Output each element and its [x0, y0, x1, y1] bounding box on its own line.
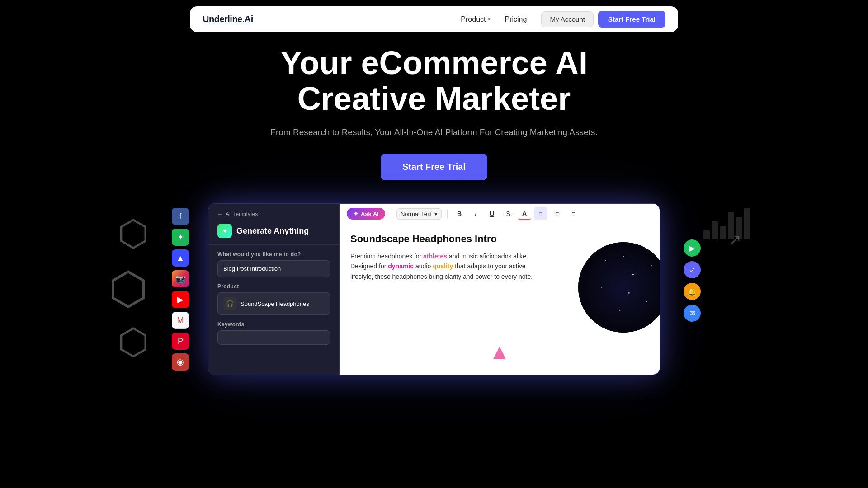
hero-subtitle: From Research to Results, Your All-In-On… [231, 127, 637, 137]
bell-icon[interactable]: 🔔 [684, 283, 701, 300]
highlight-athletes: athletes [423, 253, 447, 260]
keywords-label: Keywords [217, 321, 330, 328]
bar-1 [703, 230, 710, 239]
gmail-icon[interactable]: M [172, 312, 189, 329]
bar-6 [744, 208, 750, 239]
generate-title: Generate Anything [236, 226, 309, 236]
sparkle-icon: ✦ [353, 210, 359, 217]
editor-toolbar: ✦ Ask AI Normal Text ▾ B I U S A ≡ ≡ ≡ [340, 204, 660, 224]
app-window: ← All Templates ✦ Generate Anything What… [208, 203, 660, 375]
text-format-select[interactable]: Normal Text ▾ [396, 208, 442, 220]
bar-3 [720, 226, 726, 239]
back-link[interactable]: ← All Templates [217, 211, 330, 217]
cube-decoration-bot: ⬡ [118, 321, 149, 363]
underline-color-button[interactable]: A [518, 207, 531, 220]
green-app-icon[interactable]: ✦ [172, 229, 189, 246]
doc-body: Premium headphones for athletes and musi… [350, 251, 540, 282]
what-label: What would you like me to do? [217, 251, 330, 258]
star-3 [601, 287, 602, 288]
what-input[interactable]: Blog Post Introduction [217, 260, 330, 277]
facebook-icon[interactable]: f [172, 208, 189, 225]
star-1 [605, 260, 606, 261]
keywords-input[interactable] [217, 330, 330, 345]
hero-section: Your eCommerce AI Creative Marketer From… [231, 45, 637, 180]
youtube-icon[interactable]: ▶ [172, 291, 189, 308]
strikethrough-button[interactable]: S [502, 207, 514, 220]
product-avatar: 🎧 [223, 297, 236, 310]
highlight-quality: quality [433, 263, 453, 270]
star-2 [632, 274, 634, 275]
cube-decoration-top: ⬡ [118, 212, 149, 254]
app-mockup-container: ⬡ ⬡ ⬡ f ✦ ▲ 📷 ▶ M P ◉ ↗ ▶ ⤢ 🔔 ✉ [208, 203, 660, 384]
star-5 [651, 265, 652, 266]
pinterest-icon[interactable]: P [172, 333, 189, 350]
circle-image-decoration [578, 242, 660, 333]
nav-pricing[interactable]: Pricing [505, 15, 527, 23]
side-icons-right: ▶ ⤢ 🔔 ✉ [684, 239, 701, 322]
ask-ai-button[interactable]: ✦ Ask AI [347, 208, 385, 220]
red-app-icon[interactable]: ◉ [172, 353, 189, 371]
arrow-icon[interactable]: ▲ [172, 249, 189, 267]
star-7 [628, 292, 630, 294]
product-name: SoundScape Headphones [241, 300, 309, 307]
stars-background [578, 242, 660, 333]
chevron-down-icon: ▾ [434, 211, 438, 217]
star-8 [623, 256, 624, 257]
product-label: Product [217, 283, 330, 290]
left-panel: ← All Templates ✦ Generate Anything What… [208, 204, 340, 375]
bold-button[interactable]: B [453, 207, 466, 220]
generate-icon: ✦ [217, 224, 232, 238]
panel-header: ← All Templates ✦ Generate Anything [208, 204, 339, 245]
my-account-button[interactable]: My Account [541, 11, 594, 27]
nav-product[interactable]: Product ▾ [461, 15, 490, 23]
mail-icon[interactable]: ✉ [684, 305, 701, 322]
align-left-button[interactable]: ≡ [534, 207, 547, 220]
trend-arrow-icon: ↗ [728, 230, 741, 249]
hero-cta-button[interactable]: Start Free Trial [381, 154, 487, 180]
star-4 [646, 301, 647, 302]
generate-header: ✦ Generate Anything [217, 224, 330, 238]
navbar: Underline.Ai Product ▾ Pricing My Accoun… [190, 6, 678, 32]
star-6 [619, 310, 620, 311]
side-icons-left: f ✦ ▲ 📷 ▶ M P ◉ [172, 208, 189, 371]
share-icon[interactable]: ⤢ [684, 261, 701, 278]
cube-decoration-mid: ⬡ [108, 262, 148, 315]
toolbar-divider-2 [447, 209, 448, 218]
play-icon[interactable]: ▶ [684, 239, 701, 257]
align-center-button[interactable]: ≡ [551, 207, 563, 220]
highlight-dynamic: dynamic [388, 263, 414, 270]
editor-panel: ✦ Ask AI Normal Text ▾ B I U S A ≡ ≡ ≡ [340, 204, 660, 375]
italic-button[interactable]: I [469, 207, 482, 220]
underline-button[interactable]: U [486, 207, 498, 220]
pink-logo-decoration: ▲ [489, 339, 510, 364]
chevron-down-icon: ▾ [488, 16, 491, 22]
toolbar-divider-1 [391, 209, 391, 218]
editor-content: Soundscape Headphones Intro Premium head… [340, 224, 660, 373]
nav-cta-button[interactable]: Start Free Trial [598, 11, 665, 28]
chart-bars [703, 203, 750, 239]
instagram-icon[interactable]: 📷 [172, 270, 189, 287]
nav-links: Product ▾ Pricing [461, 15, 527, 23]
chart-decoration [703, 203, 750, 239]
product-field[interactable]: 🎧 SoundScape Headphones [217, 292, 330, 315]
back-arrow-icon: ← [217, 211, 223, 217]
logo: Underline.Ai [203, 14, 253, 24]
bar-2 [712, 221, 718, 239]
panel-body: What would you like me to do? Blog Post … [208, 245, 339, 357]
align-right-button[interactable]: ≡ [567, 207, 580, 220]
hero-title: Your eCommerce AI Creative Marketer [231, 45, 637, 117]
